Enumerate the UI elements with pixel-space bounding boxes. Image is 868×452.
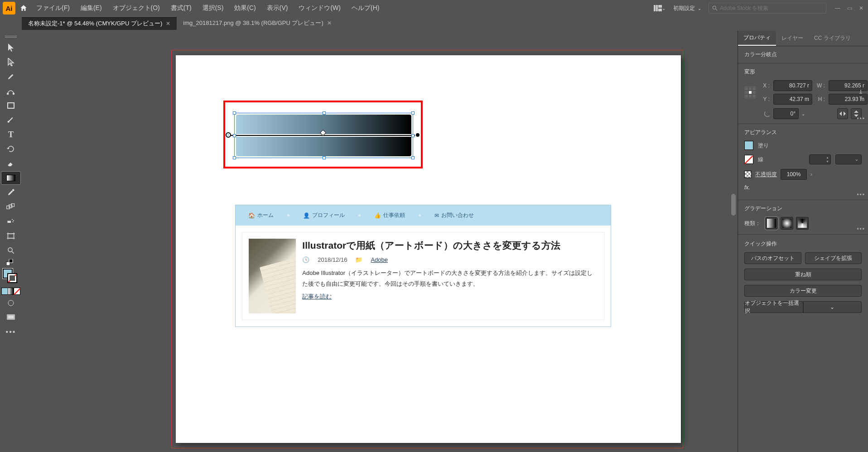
pen-tool[interactable] — [2, 70, 20, 83]
workspace-selector[interactable]: 初期設定 ⌄ — [669, 3, 706, 14]
arrange-docs-button[interactable]: ⌄ — [653, 3, 666, 14]
stroke-swatch[interactable] — [7, 273, 17, 283]
nav-contact[interactable]: ✉お問い合わせ — [434, 212, 474, 219]
select-similar-dropdown[interactable]: ⌄ — [803, 301, 862, 313]
collapse-handle[interactable] — [2, 34, 20, 40]
resize-handle[interactable] — [411, 156, 415, 159]
gradient-stop-end[interactable] — [415, 132, 420, 138]
mail-icon: ✉ — [434, 212, 439, 219]
resize-handle[interactable] — [233, 156, 236, 159]
nav-home[interactable]: 🏠ホーム — [248, 212, 274, 219]
search-box[interactable] — [709, 3, 826, 14]
menu-select[interactable]: 選択(S) — [198, 2, 228, 14]
resize-handle[interactable] — [323, 111, 326, 115]
symbol-sprayer-tool[interactable] — [2, 215, 20, 228]
blend-tool[interactable] — [2, 200, 20, 214]
artboard[interactable]: 🏠ホーム 👤プロフィール 👍仕事依頼 ✉お問い合わせ Illustratorで用… — [176, 55, 681, 443]
menu-help[interactable]: ヘルプ(H) — [347, 2, 384, 14]
color-mode-row[interactable] — [2, 287, 20, 295]
type-label: 種類： — [744, 220, 761, 227]
opacity-label[interactable]: 不透明度 — [755, 171, 777, 178]
freeform-gradient-button[interactable] — [796, 217, 809, 230]
close-button[interactable]: ✕ — [857, 4, 865, 12]
fill-stroke-swatch[interactable] — [2, 267, 20, 286]
link-wh-icon[interactable] — [858, 89, 863, 101]
gradient-stop-start[interactable] — [226, 132, 231, 138]
expand-shape-button[interactable]: シェイプを拡張 — [805, 252, 862, 264]
fill-swatch[interactable] — [744, 141, 753, 150]
tab-layers[interactable]: レイヤー — [776, 31, 809, 46]
select-similar-button[interactable]: オブジェクトを一括選択 — [744, 301, 803, 313]
rectangle-tool[interactable] — [2, 99, 20, 112]
menu-file[interactable]: ファイル(F) — [32, 2, 74, 14]
resize-handle[interactable] — [411, 111, 415, 115]
linear-gradient-button[interactable] — [765, 217, 778, 230]
search-input[interactable] — [720, 5, 823, 11]
flip-horizontal-button[interactable] — [837, 108, 848, 119]
chevron-right-icon[interactable]: › — [810, 171, 812, 178]
curvature-tool[interactable] — [2, 84, 20, 98]
stroke-weight-stepper[interactable] — [809, 154, 831, 164]
minimize-button[interactable]: — — [834, 4, 842, 12]
resize-handle[interactable] — [233, 111, 236, 115]
menu-object[interactable]: オブジェクト(O) — [108, 2, 164, 14]
scrollbar-thumb[interactable] — [731, 194, 736, 216]
maximize-button[interactable]: ▭ — [845, 4, 854, 12]
angle-input[interactable] — [773, 108, 799, 119]
offset-path-button[interactable]: パスのオフセット — [744, 252, 801, 264]
nav-profile[interactable]: 👤プロフィール — [303, 212, 345, 219]
x-input[interactable] — [773, 80, 812, 91]
reference-point[interactable] — [744, 87, 756, 98]
svg-line-25 — [12, 251, 14, 254]
gradient-annotator[interactable] — [228, 135, 418, 136]
screen-mode[interactable] — [2, 311, 20, 324]
type-tool[interactable]: T — [2, 128, 20, 141]
y-input[interactable] — [773, 94, 812, 105]
doc-tab-2[interactable]: img_20181217.png @ 38.1% (RGB/GPU プレビュー)… — [177, 16, 338, 30]
doc-tab-1[interactable]: 名称未設定-1* @ 54.48% (CMYK/GPU プレビュー) ✕ — [22, 16, 177, 30]
draw-mode[interactable] — [2, 296, 20, 310]
rotate-tool[interactable] — [2, 142, 20, 156]
svg-rect-14 — [11, 204, 14, 207]
edit-toolbar[interactable]: ••• — [2, 325, 20, 339]
fx-row[interactable]: fx. — [744, 184, 862, 191]
menu-type[interactable]: 書式(T) — [166, 2, 196, 14]
tab-close-icon[interactable]: ✕ — [166, 20, 170, 27]
arrange-button[interactable]: 重ね順 — [744, 269, 862, 280]
selection-tool[interactable] — [2, 41, 20, 54]
stroke-profile-select[interactable] — [835, 154, 862, 164]
artboard-tool[interactable] — [2, 229, 20, 243]
paintbrush-tool[interactable] — [2, 113, 20, 127]
stroke-swatch[interactable] — [744, 155, 753, 164]
nav-work[interactable]: 👍仕事依頼 — [374, 212, 405, 219]
home-button[interactable] — [17, 2, 30, 14]
menu-view[interactable]: 表示(V) — [262, 2, 293, 14]
menu-edit[interactable]: 編集(E) — [76, 2, 106, 14]
tab-properties[interactable]: プロパティ — [738, 31, 776, 46]
radial-gradient-button[interactable] — [781, 217, 793, 230]
tab-close-icon[interactable]: ✕ — [327, 20, 332, 26]
read-more-link[interactable]: 記事を読む — [302, 293, 332, 300]
chevron-down-icon[interactable]: ⌄ — [801, 111, 805, 116]
canvas-area[interactable]: 🏠ホーム 👤プロフィール 👍仕事依頼 ✉お問い合わせ Illustratorで用… — [22, 44, 738, 452]
recolor-button[interactable]: カラー変更 — [744, 285, 862, 297]
resize-handle[interactable] — [323, 156, 326, 159]
eyedropper-tool[interactable] — [2, 186, 20, 199]
fg-bg-toggle[interactable] — [2, 258, 20, 266]
gradient-tool[interactable] — [1, 171, 21, 185]
resize-handle[interactable] — [411, 134, 415, 137]
selected-object[interactable] — [234, 113, 413, 158]
article-category[interactable]: Adobe — [371, 256, 388, 263]
zoom-tool[interactable] — [2, 244, 20, 257]
direct-selection-tool[interactable] — [2, 55, 20, 69]
eraser-tool[interactable] — [2, 157, 20, 170]
menu-effect[interactable]: 効果(C) — [230, 2, 260, 14]
opacity-swatch[interactable] — [744, 171, 752, 178]
menu-window[interactable]: ウィンドウ(W) — [294, 2, 345, 14]
resize-handle[interactable] — [233, 134, 236, 137]
more-options-icon[interactable]: ••• — [857, 226, 865, 232]
more-options-icon[interactable]: ••• — [857, 115, 865, 122]
more-options-icon[interactable]: ••• — [857, 192, 865, 198]
opacity-input[interactable] — [781, 169, 807, 180]
tab-cc-libraries[interactable]: CC ライブラリ — [809, 31, 856, 46]
